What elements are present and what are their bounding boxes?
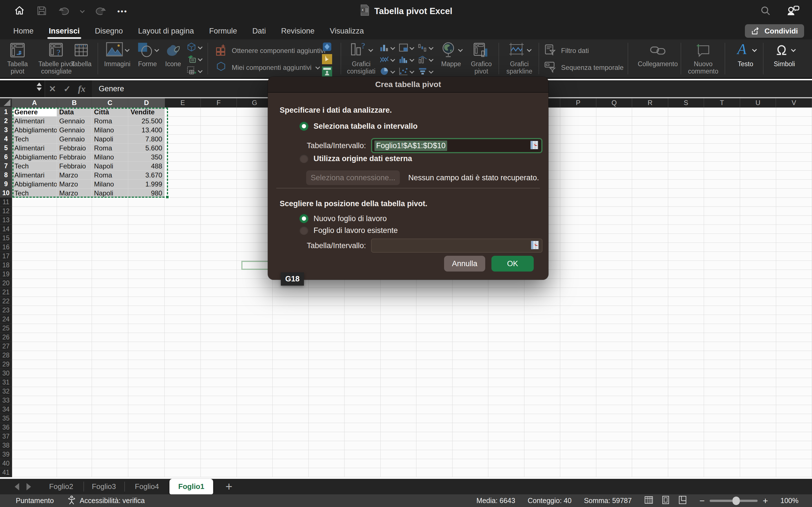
mini-waterfall-chart-icon[interactable] [418, 43, 427, 53]
cell-Q32[interactable] [596, 387, 632, 396]
cell-F35[interactable] [201, 414, 237, 423]
cell-K21[interactable] [380, 288, 417, 297]
cell-J26[interactable] [345, 333, 380, 342]
cell-U41[interactable] [740, 468, 776, 477]
cell-B24[interactable] [57, 315, 92, 324]
symbols-chevron-icon[interactable] [791, 47, 796, 52]
cell-Q19[interactable] [596, 270, 632, 279]
cancel-button[interactable]: Annulla [444, 256, 485, 272]
cell-F24[interactable] [201, 315, 237, 324]
cell-F32[interactable] [201, 387, 237, 396]
cell-Q16[interactable] [596, 243, 632, 252]
cell-O40[interactable] [524, 459, 560, 468]
mini-line-chart-icon[interactable] [379, 55, 389, 65]
row-header-22[interactable]: 22 [0, 297, 12, 306]
cell-F20[interactable] [201, 279, 237, 288]
cell-I31[interactable] [309, 378, 345, 387]
cell-O37[interactable] [524, 432, 560, 441]
cell-I35[interactable] [309, 414, 345, 423]
cell-T31[interactable] [704, 378, 740, 387]
name-box-stepper-icon[interactable] [37, 82, 42, 91]
external-source-radio-row[interactable]: Utilizza origine dati esterna [299, 154, 412, 163]
cell-L22[interactable] [416, 297, 453, 306]
cell-F25[interactable] [201, 324, 237, 333]
cell-J32[interactable] [345, 387, 380, 396]
cell-R40[interactable] [632, 459, 668, 468]
cell-O22[interactable] [524, 297, 560, 306]
cell-I25[interactable] [309, 324, 345, 333]
cell-F39[interactable] [201, 450, 237, 459]
cell-E21[interactable] [165, 288, 201, 297]
cell-Q23[interactable] [596, 306, 632, 315]
cell-A35[interactable] [12, 414, 57, 423]
cell-V30[interactable] [776, 369, 812, 378]
sheet-scroll-left-icon[interactable] [15, 483, 19, 490]
cell-R14[interactable] [632, 225, 668, 234]
mini-pie-chart-chevron-icon[interactable] [391, 69, 395, 73]
cell-J38[interactable] [345, 441, 380, 450]
cell-P6[interactable] [560, 153, 596, 162]
mini-line-chart-chevron-icon[interactable] [391, 57, 395, 62]
cell-S6[interactable] [668, 153, 704, 162]
search-icon[interactable] [760, 5, 771, 18]
column-header-A[interactable]: A [12, 98, 57, 108]
cell-R34[interactable] [632, 405, 668, 414]
cell-R13[interactable] [632, 216, 668, 225]
row-header-15[interactable]: 15 [0, 234, 12, 243]
cell-M21[interactable] [453, 288, 489, 297]
cell-E34[interactable] [165, 405, 201, 414]
cell-K35[interactable] [380, 414, 417, 423]
cell-P12[interactable] [560, 207, 596, 216]
cell-M39[interactable] [453, 450, 489, 459]
cell-V14[interactable] [776, 225, 812, 234]
external-source-radio[interactable] [299, 154, 308, 163]
new-comment-button[interactable]: Nuovo commento [684, 41, 722, 75]
cell-D37[interactable] [128, 432, 165, 441]
cell-Q5[interactable] [596, 144, 632, 153]
cell-E24[interactable] [165, 315, 201, 324]
cell-K38[interactable] [380, 441, 417, 450]
cell-C2[interactable]: Roma [92, 117, 128, 126]
tab-revisione[interactable]: Revisione [273, 22, 322, 40]
cell-P27[interactable] [560, 342, 596, 351]
cell-P7[interactable] [560, 162, 596, 171]
cell-B7[interactable]: Febbraio [57, 162, 92, 171]
cell-U12[interactable] [740, 207, 776, 216]
cell-F21[interactable] [201, 288, 237, 297]
cell-G6[interactable] [237, 153, 273, 162]
cell-F15[interactable] [201, 234, 237, 243]
cell-P5[interactable] [560, 144, 596, 153]
cell-U27[interactable] [740, 342, 776, 351]
cell-G38[interactable] [237, 441, 273, 450]
cell-C17[interactable] [92, 252, 128, 261]
cell-S35[interactable] [668, 414, 704, 423]
cell-E3[interactable] [165, 126, 201, 135]
cell-A22[interactable] [12, 297, 57, 306]
cell-T25[interactable] [704, 324, 740, 333]
cell-B16[interactable] [57, 243, 92, 252]
row-header-38[interactable]: 38 [0, 441, 12, 450]
cell-P15[interactable] [560, 234, 596, 243]
cell-A33[interactable] [12, 396, 57, 405]
cell-B29[interactable] [57, 360, 92, 369]
cell-R17[interactable] [632, 252, 668, 261]
cell-A3[interactable]: Abbigliamento [12, 126, 57, 135]
cell-Q9[interactable] [596, 180, 632, 189]
cell-F9[interactable] [201, 180, 237, 189]
cell-N22[interactable] [488, 297, 524, 306]
cell-F30[interactable] [201, 369, 237, 378]
cell-C35[interactable] [92, 414, 128, 423]
cell-H41[interactable] [273, 468, 309, 477]
range-picker-icon[interactable] [529, 140, 539, 151]
cell-N32[interactable] [488, 387, 524, 396]
cell-K27[interactable] [380, 342, 417, 351]
cell-D7[interactable]: 488 [128, 162, 165, 171]
cell-G29[interactable] [237, 360, 273, 369]
cell-Q4[interactable] [596, 135, 632, 144]
cell-D12[interactable] [128, 207, 165, 216]
cell-C20[interactable] [92, 279, 128, 288]
cell-P25[interactable] [560, 324, 596, 333]
cell-G4[interactable] [237, 135, 273, 144]
select-all-corner[interactable] [0, 98, 12, 108]
cell-E40[interactable] [165, 459, 201, 468]
